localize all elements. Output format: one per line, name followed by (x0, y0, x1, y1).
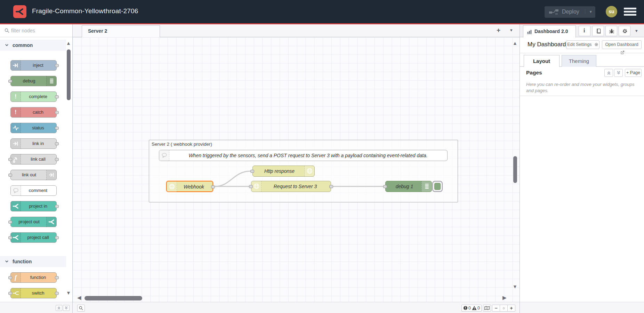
input-port[interactable] (249, 185, 253, 188)
main-menu-icon[interactable] (624, 8, 636, 16)
output-port (55, 158, 59, 161)
palette-node-complete[interactable]: ! complete (10, 91, 57, 102)
palette-scroll-down-icon[interactable]: ▼ (66, 290, 71, 296)
edit-settings-button[interactable]: Edit Settings (566, 40, 599, 49)
input-port[interactable] (383, 185, 387, 188)
node-label: debug 1 (388, 181, 421, 192)
palette-node-link-out[interactable]: link out (10, 170, 57, 180)
category-label: common (13, 40, 33, 51)
palette-node-label: link out (12, 170, 46, 180)
node-red-icon (11, 233, 21, 242)
palette-node-label: complete (21, 92, 55, 102)
sidebar-footer (520, 302, 644, 313)
input-port (8, 158, 12, 161)
palette-node-link-in[interactable]: link in (10, 138, 57, 149)
deploy-dropdown-caret-icon[interactable]: ▾ (585, 9, 592, 14)
palette-node-link-call[interactable]: link call (10, 154, 57, 164)
output-port (55, 111, 59, 114)
exclamation-icon: ! (11, 107, 21, 117)
output-port (55, 64, 59, 67)
add-page-button[interactable]: + Page (625, 69, 642, 77)
input-port[interactable] (250, 170, 254, 173)
palette-node-project-in[interactable]: project in (10, 201, 57, 211)
book-icon (596, 28, 601, 34)
external-link-icon (620, 50, 625, 55)
palette-node-label: inject (21, 61, 55, 70)
node-red-logo (13, 5, 26, 18)
help-tab-button[interactable] (592, 26, 604, 36)
palette-node-switch[interactable]: switch (10, 288, 57, 298)
link-arrow-icon (11, 139, 21, 149)
move-page-up-button[interactable] (604, 69, 613, 77)
deploy-icon (549, 9, 559, 15)
palette-node-inject[interactable]: inject (10, 60, 57, 71)
deploy-button[interactable]: Deploy ▾ (545, 6, 595, 18)
user-avatar[interactable]: su (606, 6, 617, 17)
palette-node-label: function (21, 273, 55, 282)
palette-filter-input[interactable] (11, 26, 67, 35)
palette-node-status[interactable]: status (10, 123, 57, 133)
deploy-button-label: Deploy (562, 9, 579, 15)
flow-canvas[interactable]: Server 2 + ▾ Server 2 ( webhook provider… (73, 24, 520, 313)
move-page-down-button[interactable] (614, 69, 623, 77)
palette-node-project-call[interactable]: project call (10, 232, 57, 243)
palette-node-label: link in (21, 139, 55, 149)
node-http-response[interactable]: Http response (252, 166, 315, 177)
debug-toggle-indicator (434, 183, 441, 190)
info-icon: i (583, 27, 585, 34)
palette-node-catch[interactable]: ! catch (10, 107, 57, 118)
tab-layout[interactable]: Layout (524, 55, 560, 67)
palette-node-label: project in (21, 201, 55, 211)
palette-category-function[interactable]: function (0, 256, 66, 267)
dashboard-title: My Dashboard (528, 41, 566, 48)
comment-node[interactable]: When triggered by the sensors, send a PO… (159, 150, 448, 161)
node-debug-1[interactable]: debug 1 (385, 181, 432, 192)
output-port (55, 142, 59, 145)
node-red-editor: Fragile-Common-Yellowthroat-2706 Deploy … (0, 0, 644, 313)
search-icon (4, 28, 10, 33)
node-red-icon (46, 217, 56, 227)
palette-node-function[interactable]: f function (10, 272, 57, 283)
node-red-logo-icon (15, 7, 25, 16)
palette-node-label: link call (21, 154, 55, 164)
double-chevron-down-icon (616, 71, 621, 75)
function-f-icon: f (11, 273, 21, 282)
palette-node-label: status (21, 123, 55, 133)
comment-text: When triggered by the sensors, send a PO… (172, 150, 444, 161)
palette-node-label: project call (21, 233, 55, 242)
tab-theming[interactable]: Theming (562, 55, 596, 67)
debug-tab-button[interactable] (605, 26, 617, 36)
palette-node-label: debug (12, 76, 46, 86)
output-port[interactable] (329, 185, 333, 188)
gear-icon (594, 42, 598, 47)
link-arrow-icon (11, 154, 21, 164)
sidebar-menu-caret-icon[interactable]: ▾ (635, 28, 638, 33)
palette-node-debug[interactable]: debug (10, 76, 57, 86)
palette-collapse-all-button[interactable] (56, 305, 62, 311)
info-tab-button[interactable]: i (579, 26, 590, 36)
palette-category-common[interactable]: common (0, 40, 66, 51)
palette-expand-all-button[interactable] (63, 305, 70, 311)
flow-tab-label: Server 2 (88, 28, 107, 34)
input-port (8, 276, 12, 279)
node-webhook[interactable]: Webhook (166, 181, 213, 192)
bug-icon (609, 28, 614, 34)
link-arrow-icon (46, 170, 56, 180)
palette-scroll-up-icon[interactable]: ▲ (66, 40, 71, 46)
open-dashboard-button[interactable]: Open Dashboard (602, 40, 642, 49)
chevron-down-icon (5, 43, 9, 47)
palette-search[interactable] (0, 24, 72, 37)
palette-node-comment[interactable]: comment (10, 185, 57, 196)
tab-dashboard-2[interactable]: Dashboard 2.0 (523, 25, 576, 38)
debug-enable-toggle[interactable] (432, 181, 443, 192)
output-port[interactable] (211, 185, 215, 188)
input-port (8, 80, 12, 83)
settings-tab-button[interactable] (619, 26, 630, 36)
flow-tab-server-2[interactable]: Server 2 (82, 25, 160, 37)
input-port (8, 292, 12, 295)
palette-scrollbar-thumb[interactable] (67, 49, 71, 100)
input-port (8, 236, 12, 239)
palette-node-project-out[interactable]: project out (10, 217, 57, 227)
node-request-to-server-3[interactable]: Request to Server 3 (251, 181, 331, 192)
double-chevron-down-icon (64, 306, 69, 310)
